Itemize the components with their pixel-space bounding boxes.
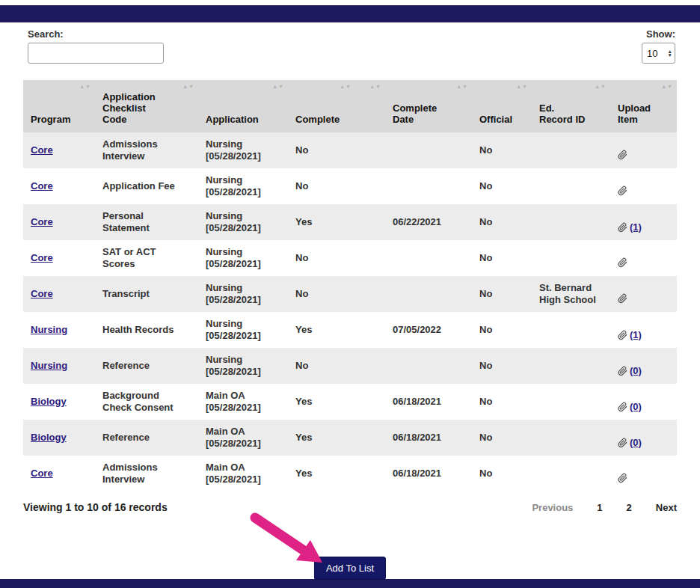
program-link[interactable]: Biology <box>31 396 67 407</box>
upload-wrap: (1) <box>618 329 642 341</box>
cell-blank <box>355 348 385 384</box>
add-to-list-button[interactable]: Add To List <box>314 557 386 580</box>
program-link[interactable]: Core <box>31 252 53 263</box>
cell-ed-record-id <box>532 132 610 168</box>
cell-complete-date <box>385 276 472 312</box>
cell-ed-record-id <box>532 384 610 420</box>
cell-checklist-code: Admissions Interview <box>95 132 198 168</box>
cell-complete: No <box>288 240 355 276</box>
cell-ed-record-id <box>532 240 610 276</box>
column-header-program[interactable]: ▲▼Program <box>23 80 95 132</box>
pagination: Previous 1 2 Next <box>532 502 677 513</box>
program-link[interactable]: Nursing <box>31 360 67 371</box>
cell-blank <box>355 132 385 168</box>
program-link[interactable]: Core <box>31 216 53 227</box>
column-header-upload-item[interactable]: ▲▼Upload Item <box>610 80 677 132</box>
program-link[interactable]: Core <box>31 288 53 299</box>
cell-ed-record-id <box>532 348 610 384</box>
cell-application: Nursing [05/28/2021] <box>198 240 288 276</box>
cell-ed-record-id: St. Bernard High School <box>532 276 610 312</box>
upload-count-link[interactable]: (1) <box>630 221 642 233</box>
upload-count-link[interactable]: (0) <box>630 401 642 413</box>
cell-ed-record-id <box>532 456 610 491</box>
sort-icon: ▲▼ <box>272 84 284 89</box>
top-navbar <box>0 5 700 22</box>
paperclip-icon <box>618 257 627 268</box>
cell-complete-date: 07/05/2022 <box>385 312 472 348</box>
table-row: Core SAT or ACT Scores Nursing [05/28/20… <box>23 240 677 276</box>
cell-checklist-code: Transcript <box>95 276 198 312</box>
upload-count-link[interactable]: (0) <box>630 437 642 449</box>
cell-blank <box>355 456 385 491</box>
table-row: Core Application Fee Nursing [05/28/2021… <box>23 168 677 204</box>
cell-application: Nursing [05/28/2021] <box>198 204 288 240</box>
cell-blank <box>355 168 385 204</box>
program-link[interactable]: Core <box>31 468 53 479</box>
cell-official: No <box>472 456 532 491</box>
pagination-page-2[interactable]: 2 <box>627 502 632 513</box>
upload-count-link[interactable]: (0) <box>630 365 642 377</box>
cell-checklist-code: Personal Statement <box>95 204 198 240</box>
cell-official: No <box>472 348 532 384</box>
viewing-records-text: Viewing 1 to 10 of 16 records <box>23 501 168 513</box>
cell-complete: No <box>288 168 355 204</box>
cell-checklist-code: Reference <box>95 348 198 384</box>
column-header-complete[interactable]: ▲▼Complete <box>288 80 355 132</box>
column-header-blank[interactable]: ▲▼ <box>355 80 385 132</box>
cell-complete: No <box>288 348 355 384</box>
show-group: Show: 10 ▲▼ <box>642 28 675 64</box>
paperclip-icon <box>618 330 627 340</box>
column-header-application[interactable]: ▲▼Application <box>198 80 288 132</box>
cell-official: No <box>472 312 532 348</box>
table-header-row: ▲▼Program ▲▼Application Checklist Code ▲… <box>23 80 677 132</box>
cell-complete: Yes <box>288 204 355 240</box>
cell-blank <box>355 384 385 420</box>
cell-complete: Yes <box>288 384 355 420</box>
sort-icon: ▲▼ <box>182 84 194 89</box>
cell-official: No <box>472 168 532 204</box>
pagination-previous[interactable]: Previous <box>532 502 573 513</box>
cell-upload-item <box>610 456 677 491</box>
show-page-size-select[interactable]: 10 ▲▼ <box>642 43 675 64</box>
paperclip-icon <box>618 186 627 196</box>
upload-wrap <box>618 293 630 304</box>
column-header-complete-date[interactable]: ▲▼Complete Date <box>385 80 472 132</box>
program-link[interactable]: Nursing <box>31 324 67 335</box>
table-row: Biology Reference Main OA [05/28/2021] Y… <box>23 420 677 456</box>
table-footer: Viewing 1 to 10 of 16 records Previous 1… <box>23 501 677 513</box>
program-link[interactable]: Core <box>31 144 53 156</box>
cell-official: No <box>472 384 532 420</box>
pagination-page-1[interactable]: 1 <box>597 502 602 513</box>
spinner-icon: ▲▼ <box>668 49 672 57</box>
paperclip-icon <box>618 293 627 304</box>
cell-application: Nursing [05/28/2021] <box>198 168 288 204</box>
table-row: Core Admissions Interview Main OA [05/28… <box>23 456 677 491</box>
column-header-official[interactable]: ▲▼Official <box>472 80 532 132</box>
cell-application: Nursing [05/28/2021] <box>198 132 288 168</box>
sort-icon: ▲▼ <box>595 84 607 89</box>
program-link[interactable]: Core <box>31 180 53 192</box>
search-input[interactable] <box>28 43 164 64</box>
cell-checklist-code: Health Records <box>95 312 198 348</box>
cell-checklist-code: Application Fee <box>95 168 198 204</box>
cell-application: Main OA [05/28/2021] <box>198 384 288 420</box>
cell-upload-item <box>610 132 677 168</box>
sort-icon: ▲▼ <box>516 84 528 89</box>
cell-complete: No <box>288 132 355 168</box>
paperclip-icon <box>618 438 627 448</box>
column-header-ed-record-id[interactable]: ▲▼Ed. Record ID <box>532 80 610 132</box>
sort-icon: ▲▼ <box>456 84 468 89</box>
column-header-checklist-code[interactable]: ▲▼Application Checklist Code <box>95 80 198 132</box>
paperclip-icon <box>618 473 627 483</box>
cell-ed-record-id <box>532 312 610 348</box>
search-group: Search: <box>28 28 164 64</box>
program-link[interactable]: Biology <box>31 432 67 443</box>
cell-official: No <box>472 276 532 312</box>
cell-complete-date <box>385 348 472 384</box>
pagination-next[interactable]: Next <box>656 502 677 513</box>
upload-count-link[interactable]: (1) <box>630 329 642 341</box>
sort-icon: ▲▼ <box>369 84 381 89</box>
cell-complete-date <box>385 132 472 168</box>
sort-icon: ▲▼ <box>661 84 673 89</box>
cell-ed-record-id <box>532 168 610 204</box>
